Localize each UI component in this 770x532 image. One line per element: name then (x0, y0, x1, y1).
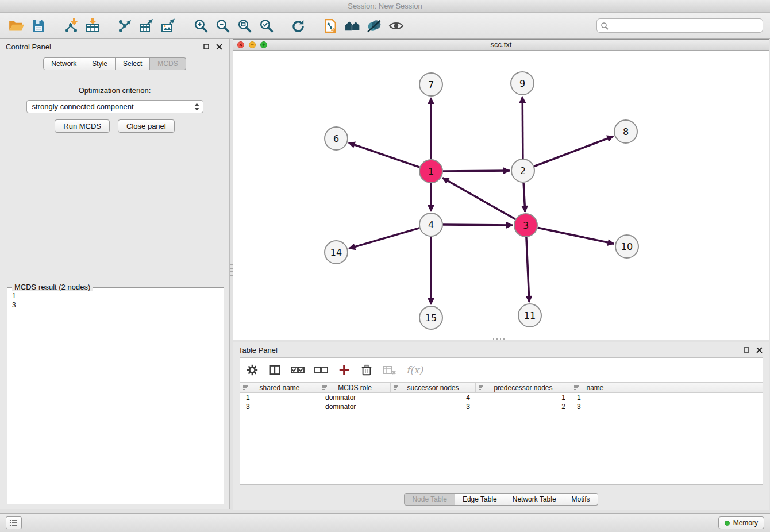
toggle-column-panel-button[interactable] (268, 364, 281, 376)
table-cell: 4 (391, 393, 476, 402)
edge-4-3[interactable] (443, 225, 513, 225)
window-title: Session: New Session (348, 2, 422, 10)
edge-1-6[interactable] (349, 143, 420, 168)
table-panel: Table Panel (233, 342, 769, 510)
zoom-out-button[interactable] (211, 15, 233, 37)
search-input[interactable] (611, 21, 759, 30)
close-panel-button[interactable] (214, 42, 224, 51)
memory-label: Memory (733, 519, 758, 527)
optimization-criterion-select[interactable]: strongly connected component (26, 100, 203, 113)
control-panel-title: Control Panel (6, 43, 51, 51)
delete-column-button[interactable] (360, 364, 373, 376)
run-mcds-button[interactable]: Run MCDS (55, 119, 110, 133)
first-neighbors-button[interactable] (341, 15, 363, 37)
tab-select[interactable]: Select (116, 57, 150, 70)
apply-style-button[interactable] (363, 15, 385, 37)
import-network-button[interactable] (60, 15, 82, 37)
table-toolbar: f(x) (240, 358, 763, 382)
column-header-successor-nodes[interactable]: successor nodes (391, 383, 476, 392)
network-window-title: scc.txt (491, 40, 512, 49)
column-header-MCDS-role[interactable]: MCDS role (319, 383, 391, 392)
table-cell: dominator (319, 402, 391, 411)
window-minimize-icon[interactable] (249, 41, 256, 48)
save-session-button[interactable] (28, 15, 49, 37)
column-header-shared-name[interactable]: shared name (240, 383, 319, 392)
clone-network-button[interactable] (319, 15, 341, 37)
float-panel-button[interactable] (202, 42, 211, 51)
tab-network-table[interactable]: Network Table (505, 493, 564, 506)
node-label-7: 7 (428, 79, 434, 90)
zoom-selected-icon (259, 18, 274, 33)
network-canvas[interactable]: 7968124314101511 (233, 51, 769, 340)
open-session-button[interactable] (6, 15, 28, 37)
node-label-10: 10 (621, 241, 633, 252)
task-history-button[interactable] (6, 516, 22, 529)
tab-network[interactable]: Network (43, 57, 84, 70)
control-panel-tabs: NetworkStyleSelectMCDS (0, 57, 229, 70)
clone-network-icon (323, 18, 338, 33)
node-label-3: 3 (523, 220, 529, 231)
gear-icon (246, 364, 259, 376)
edge-1-2[interactable] (443, 171, 510, 171)
table-cell: 3 (571, 402, 619, 411)
export-table-button[interactable] (136, 15, 157, 37)
vertical-splitter-handle[interactable] (230, 264, 233, 276)
close-table-panel-button[interactable] (754, 345, 764, 354)
tab-node-table[interactable]: Node Table (404, 493, 455, 506)
select-all-columns-button[interactable] (291, 364, 305, 376)
zoom-plus-glyph (262, 43, 265, 47)
deselect-all-columns-button[interactable] (314, 364, 328, 376)
tab-motifs[interactable]: Motifs (564, 493, 598, 506)
table-body: 1dominator4113dominator323 (240, 393, 763, 411)
select-stepper-icon (194, 103, 199, 111)
table-row[interactable]: 1dominator411 (240, 393, 763, 402)
zoom-in-button[interactable] (190, 15, 211, 37)
refresh-button[interactable] (287, 15, 309, 37)
export-image-button[interactable] (157, 15, 179, 37)
application-window: Session: New Session (0, 0, 770, 532)
edge-2-3[interactable] (523, 183, 525, 212)
zoom-fit-button[interactable] (233, 15, 255, 37)
unchecked-boxes-icon (314, 364, 328, 376)
close-panel-button-cp[interactable]: Close panel (118, 119, 175, 133)
edge-4-14[interactable] (349, 228, 419, 249)
zoom-selected-button[interactable] (255, 15, 277, 37)
edge-3-10[interactable] (538, 228, 614, 244)
toolbar-search[interactable] (596, 18, 763, 33)
minimize-glyph (251, 43, 254, 47)
tab-mcds[interactable]: MCDS (150, 57, 186, 70)
horizontal-splitter-handle[interactable] (493, 338, 505, 340)
refresh-icon (291, 18, 306, 33)
network-window-titlebar[interactable]: scc.txt (233, 40, 769, 51)
apply-function-button[interactable]: f(x) (406, 364, 423, 376)
node-table: f(x) shared nameMCDS rolesuccessor nodes… (240, 357, 763, 485)
export-network-icon (117, 18, 132, 33)
edge-2-8[interactable] (534, 136, 614, 166)
delete-table-button[interactable] (383, 364, 396, 376)
close-icon (216, 44, 222, 50)
mcds-result-text[interactable]: 13 (9, 289, 222, 503)
table-tabs: Node TableEdge TableNetwork TableMotifs (233, 493, 769, 506)
tab-style[interactable]: Style (84, 57, 116, 70)
column-header-predecessor-nodes[interactable]: predecessor nodes (476, 383, 571, 392)
table-settings-button[interactable] (246, 364, 259, 376)
table-header-row: shared nameMCDS rolesuccessor nodesprede… (240, 382, 763, 393)
window-zoom-icon[interactable] (260, 41, 267, 48)
houses-icon (345, 19, 360, 33)
show-hide-button[interactable] (385, 15, 407, 37)
window-close-icon[interactable] (237, 41, 244, 48)
float-table-panel-button[interactable] (742, 345, 751, 354)
tab-edge-table[interactable]: Edge Table (455, 493, 505, 506)
export-network-button[interactable] (114, 15, 136, 37)
edge-3-11[interactable] (526, 237, 529, 302)
column-header-name[interactable]: name (571, 383, 619, 392)
table-row[interactable]: 3dominator323 (240, 402, 763, 411)
add-column-button[interactable] (338, 364, 351, 376)
memory-button[interactable]: Memory (718, 516, 764, 529)
import-network-icon (63, 18, 79, 33)
edge-3-1[interactable] (442, 178, 515, 219)
edge-2-9[interactable] (522, 97, 523, 159)
table-cell: 1 (476, 393, 571, 402)
main-toolbar (0, 13, 770, 39)
import-table-button[interactable] (82, 15, 103, 37)
